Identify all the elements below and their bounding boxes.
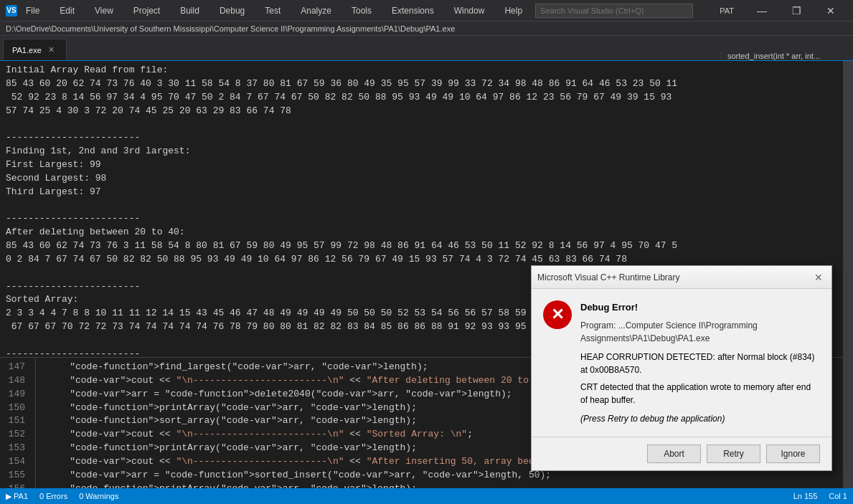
title-menu-analyze[interactable]: Analyze	[296, 1, 336, 19]
title-menu-build[interactable]: Build	[176, 1, 204, 19]
retry-button[interactable]: Retry	[707, 444, 760, 463]
title-menu-tools[interactable]: Tools	[347, 1, 376, 19]
line-number: 154	[0, 455, 29, 469]
tab-bar: PA1.exe ✕ sorted_insert(int * arr, int..…	[0, 36, 853, 61]
abort-button[interactable]: Abort	[647, 444, 701, 463]
title-menu-debug[interactable]: Debug	[215, 1, 249, 19]
tab-close-icon[interactable]: ✕	[46, 44, 57, 56]
right-tab-label: sorted_insert(int * arr, int...	[727, 52, 820, 60]
title-menu-test[interactable]: Test	[260, 1, 285, 19]
path-text: D:\OneDrive\Documents\University of Sout…	[6, 24, 455, 33]
tab-pa1exe[interactable]: PA1.exe ✕	[3, 39, 67, 60]
dialog-titlebar: Microsoft Visual C++ Runtime Library ✕	[532, 266, 831, 289]
runtime-error-dialog: Microsoft Visual C++ Runtime Library ✕ ✕…	[531, 265, 832, 471]
title-menu-extensions[interactable]: Extensions	[387, 1, 438, 19]
error-icon: ✕	[543, 300, 572, 329]
tab-label: PA1.exe	[12, 46, 42, 54]
branch-label: ▶ PA1	[6, 492, 28, 501]
search-input[interactable]	[535, 4, 693, 18]
col-label: Col 1	[829, 492, 847, 500]
line-number: 152	[0, 428, 29, 442]
app-icon: VS	[6, 5, 17, 16]
close-button[interactable]: ✕	[814, 0, 847, 22]
title-menu-edit[interactable]: Edit	[55, 1, 79, 19]
line-number: 150	[0, 401, 29, 415]
dialog-content: Debug Error! Program: ...Computer Scienc…	[580, 300, 820, 425]
status-bar: ▶ PA1 0 Errors 0 Warnings Ln 155 Col 1	[0, 488, 853, 504]
scrollbar-right[interactable]	[843, 61, 853, 500]
title-menu-help[interactable]: Help	[500, 1, 527, 19]
title-menu-window[interactable]: Window	[450, 1, 489, 19]
line-label: Ln 155	[793, 492, 818, 500]
title-menu-file[interactable]: File	[22, 1, 44, 19]
minimize-button[interactable]: —	[745, 0, 778, 22]
window-controls: — ❐ ✕	[745, 0, 847, 22]
heap-corruption-message: HEAP CORRUPTION DETECTED: after Normal b…	[580, 351, 820, 376]
title-menu-view[interactable]: View	[90, 1, 118, 19]
title-bar: VS File Edit View Project Build Debug Te…	[0, 0, 853, 22]
code-line: "code-var">arr = "code-function">sorted_…	[47, 469, 843, 482]
title-menu-project[interactable]: Project	[129, 1, 164, 19]
line-number: 155	[0, 469, 29, 482]
line-number: 148	[0, 374, 29, 388]
warnings-label: 0 Warnings	[79, 492, 118, 500]
errors-label: 0 Errors	[39, 492, 67, 500]
user-label: PAT	[720, 6, 734, 15]
program-path: Program: ...Computer Science II\Programm…	[580, 319, 820, 345]
dialog-close-button[interactable]: ✕	[811, 270, 826, 285]
dialog-footer: Abort Retry Ignore	[532, 437, 831, 470]
line-number: 153	[0, 442, 29, 455]
line-numbers: 147148149150151152153154155156157158	[0, 358, 36, 500]
press-retry-hint: (Press Retry to debug the application)	[580, 412, 820, 425]
line-number: 147	[0, 361, 29, 374]
dialog-body: ✕ Debug Error! Program: ...Computer Scie…	[532, 289, 831, 437]
path-bar: D:\OneDrive\Documents\University of Sout…	[0, 22, 853, 36]
ignore-button[interactable]: Ignore	[766, 444, 820, 463]
line-number: 149	[0, 388, 29, 401]
crt-message: CRT detected that the application wrote …	[580, 381, 820, 406]
restore-button[interactable]: ❐	[780, 0, 813, 22]
dialog-title-text: Microsoft Visual C++ Runtime Library	[537, 272, 680, 282]
debug-error-title: Debug Error!	[580, 300, 820, 315]
line-number: 151	[0, 414, 29, 428]
